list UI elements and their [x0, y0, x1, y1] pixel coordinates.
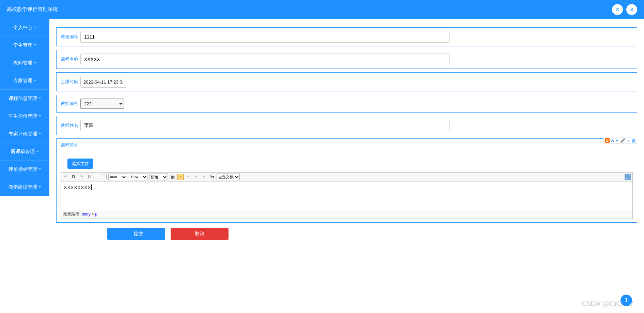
row-teacher-id: 教师编号 222 — [56, 95, 637, 113]
sidebar-item-lecture[interactable]: 听课单管理 — [0, 143, 49, 161]
label-teacher-id: 教师编号 — [61, 101, 80, 107]
sidebar-item-suggestion[interactable]: 教学建议管理 — [0, 178, 49, 196]
top-header: 高校教学评价管理系统 ✕ — [0, 0, 644, 19]
align-right-icon[interactable]: ≡ — [193, 174, 199, 180]
select-teacher-id[interactable]: 222 — [80, 99, 124, 109]
sidebar-item-label: 专家管理 — [13, 78, 32, 84]
sidebar: 个人中心 学生管理 教师管理 专家管理 课程信息管理 学生评价管理 专家评价管理… — [0, 19, 49, 196]
font-color-icon[interactable]: A▾ — [209, 174, 215, 180]
header-actions: ✕ — [612, 4, 637, 15]
sidebar-item-label: 课程信息管理 — [9, 95, 37, 102]
submit-button[interactable]: 提交 — [107, 228, 165, 240]
ime-setting-icon[interactable]: ✦ — [615, 138, 619, 143]
underline-icon[interactable]: U — [86, 174, 92, 180]
sidebar-item-eval-index[interactable]: 评价指标管理 — [0, 161, 49, 178]
fullscreen-editor-icon[interactable]: ⛶ — [625, 174, 631, 180]
path-prefix: 元素路径: — [63, 212, 80, 217]
align-left-icon[interactable]: ≡ — [177, 174, 184, 180]
sidebar-item-expert[interactable]: 专家管理 — [0, 72, 49, 90]
path-p-link[interactable]: p — [95, 212, 97, 217]
input-course-id[interactable] — [80, 31, 450, 43]
path-body-link[interactable]: body — [82, 212, 91, 217]
size-select[interactable]: 16px — [129, 174, 147, 180]
bold-icon[interactable]: B — [70, 174, 77, 180]
fullscreen-icon[interactable]: ✕ — [612, 4, 623, 15]
sidebar-item-teacher[interactable]: 教师管理 — [0, 54, 49, 72]
sidebar-item-expert-eval[interactable]: 专家评价管理 — [0, 125, 49, 143]
float-badge[interactable]: 1 — [621, 295, 632, 306]
input-course-name[interactable] — [80, 54, 450, 65]
label-course-intro: 课程简介 — [61, 142, 633, 148]
rich-editor: ↶ B ↷ U — arial 16px 段落 ▦ ≡ ≡ ≡ ≡ A▾ 自定义… — [61, 172, 633, 219]
row-course-id: 课程编号 — [56, 27, 637, 46]
label-class-time: 上课时间 — [61, 79, 80, 85]
ime-a-icon: A — [611, 138, 614, 143]
path-sep: > — [92, 212, 95, 217]
sidebar-item-label: 学生管理 — [13, 42, 32, 48]
editor-textarea[interactable]: XXXXXXXX — [61, 182, 632, 210]
editor-text: XXXXXXXX — [64, 184, 91, 190]
sidebar-item-label: 教学建议管理 — [9, 184, 37, 190]
redo-icon[interactable]: ↷ — [78, 174, 84, 180]
editor-toolbar: ↶ B ↷ U — arial 16px 段落 ▦ ≡ ≡ ≡ ≡ A▾ 自定义… — [61, 173, 632, 182]
ime-grid-icon[interactable]: ▦ — [632, 138, 635, 143]
sidebar-item-course-info[interactable]: 课程信息管理 — [0, 90, 49, 107]
sidebar-item-personal[interactable]: 个人中心 — [0, 19, 49, 36]
para-select[interactable]: 段落 — [149, 174, 168, 180]
sidebar-item-student[interactable]: 学生管理 — [0, 36, 49, 54]
row-class-time: 上课时间 — [56, 72, 637, 91]
submit-label: 提交 — [133, 231, 143, 237]
label-course-name: 课程名称 — [61, 56, 80, 62]
label-course-id: 课程编号 — [61, 34, 80, 40]
sidebar-item-student-eval[interactable]: 学生评价管理 — [0, 107, 49, 125]
font-select[interactable]: arial — [108, 174, 127, 180]
main-content: 课程编号 课程名称 上课时间 教师编号 222 教师姓名 课程简介 选择文件 ↶… — [49, 19, 644, 240]
undo-icon[interactable]: ↶ — [63, 174, 69, 180]
app-title: 高校教学评价管理系统 — [7, 6, 58, 13]
upload-file-button[interactable]: 选择文件 — [67, 159, 93, 169]
ime-toolbar[interactable]: S A ✦ 🎤 ▭ ▦ — [603, 137, 637, 144]
align-justify-icon[interactable]: ≡ — [201, 174, 207, 180]
row-course-intro: 课程简介 选择文件 ↶ B ↷ U — arial 16px 段落 ▦ ≡ ≡ … — [56, 138, 637, 223]
sidebar-item-label: 个人中心 — [13, 25, 32, 31]
cancel-button[interactable]: 取消 — [171, 228, 229, 240]
sidebar-item-label: 听课单管理 — [11, 149, 35, 155]
sidebar-item-label: 专家评价管理 — [9, 131, 37, 137]
table-icon[interactable]: ▦ — [170, 174, 176, 180]
align-center-icon[interactable]: ≡ — [185, 174, 191, 180]
svg-point-0 — [631, 8, 633, 10]
row-teacher-name: 教师姓名 — [56, 116, 637, 135]
hr-icon[interactable]: — — [94, 174, 100, 180]
user-icon[interactable] — [626, 4, 637, 15]
action-buttons: 提交 取消 — [107, 228, 637, 240]
input-teacher-name[interactable] — [80, 120, 450, 131]
sidebar-item-label: 学生评价管理 — [9, 113, 37, 119]
editor-path-bar: 元素路径: body > p — [61, 210, 632, 219]
ime-box-icon[interactable]: ▭ — [627, 138, 630, 143]
blank-icon[interactable] — [102, 175, 107, 179]
sidebar-item-label: 评价指标管理 — [9, 166, 37, 173]
ime-mic-icon[interactable]: 🎤 — [620, 138, 625, 143]
row-course-name: 课程名称 — [56, 50, 637, 69]
ime-logo-icon: S — [605, 138, 610, 143]
sidebar-item-label: 教师管理 — [13, 60, 32, 66]
input-class-time[interactable] — [80, 76, 126, 88]
custom-title-select[interactable]: 自定义标题 — [217, 174, 240, 180]
label-teacher-name: 教师姓名 — [61, 122, 80, 129]
